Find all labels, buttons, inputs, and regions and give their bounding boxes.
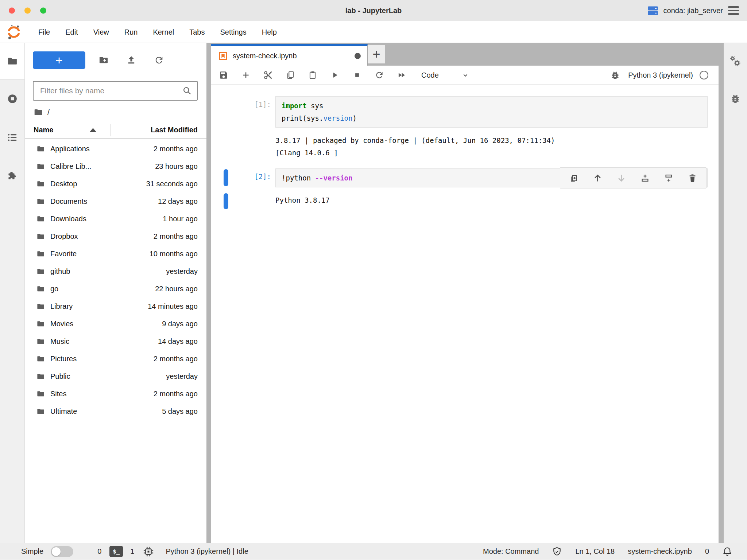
kernel-chip-icon[interactable] (143, 546, 154, 557)
interrupt-kernel-button[interactable] (352, 70, 362, 80)
kernel-status-icon[interactable] (700, 71, 708, 79)
file-list: Applications2 months ago Calibre Lib...2… (25, 139, 206, 543)
cell-collapser[interactable] (224, 97, 228, 127)
sidebar-tab-debugger[interactable] (730, 79, 741, 118)
output-collapser[interactable] (224, 133, 228, 158)
kernel-name-button[interactable]: Python 3 (ipykernel) (628, 71, 693, 79)
delete-cell-button[interactable] (688, 173, 697, 183)
refresh-file-list-button[interactable] (154, 55, 164, 65)
bell-icon[interactable] (722, 547, 732, 557)
cell-2-input[interactable]: !python --version (275, 168, 708, 187)
simple-mode-toggle[interactable] (51, 546, 73, 557)
folder-icon[interactable] (34, 108, 43, 117)
file-row[interactable]: Desktop31 seconds ago (25, 175, 206, 192)
insert-cell-below-button[interactable] (664, 173, 674, 183)
cell-1-input[interactable]: import sys print(sys.version) (275, 96, 708, 128)
code-token: sys (307, 102, 324, 110)
file-row[interactable]: Calibre Lib...23 hours ago (25, 158, 206, 175)
file-row[interactable]: Sites2 months ago (25, 385, 206, 402)
new-tab-button[interactable]: + (368, 45, 385, 63)
active-output-collapser[interactable] (224, 193, 228, 209)
menu-item-kernel[interactable]: Kernel (145, 21, 182, 43)
insert-cell-above-button[interactable] (640, 173, 650, 183)
sidebar-tab-file-browser[interactable] (0, 43, 24, 79)
cell-1-output: 3.8.17 | packaged by conda-forge | (defa… (211, 133, 719, 159)
notebook-toolbar: Code Python 3 (ipykernel) (211, 66, 719, 85)
file-row[interactable]: Downloads1 hour ago (25, 210, 206, 228)
file-row[interactable]: Publicyesterday (25, 368, 206, 385)
kernel-status-text[interactable]: Python 3 (ipykernel) | Idle (166, 547, 248, 556)
sidebar-tab-toc[interactable] (0, 118, 24, 157)
cell-type-select[interactable]: Code (421, 71, 439, 79)
menu-item-tabs[interactable]: Tabs (182, 21, 212, 43)
move-cell-down-button[interactable] (616, 173, 626, 183)
breadcrumb-root[interactable]: / (47, 108, 50, 117)
upload-icon (126, 55, 136, 65)
mode-indicator[interactable]: Mode: Command (483, 547, 539, 556)
sidebar-tab-running[interactable] (0, 79, 24, 118)
menu-item-view[interactable]: View (86, 21, 117, 43)
unsaved-changes-dot[interactable] (355, 53, 361, 59)
file-row[interactable]: Movies9 days ago (25, 315, 206, 332)
file-name: Documents (50, 197, 87, 206)
chevron-down-icon[interactable] (461, 71, 469, 79)
tab-system-check-notebook[interactable]: system-check.ipynb (211, 44, 368, 66)
code-cell-2[interactable]: [2]: !python --version (211, 168, 719, 187)
terminal-icon[interactable]: $_ (109, 546, 123, 557)
add-cell-button[interactable] (241, 70, 251, 80)
cut-cells-button[interactable] (263, 70, 273, 80)
menu-item-file[interactable]: File (31, 21, 58, 43)
folder-icon (36, 407, 45, 416)
kernel-count: 1 (130, 547, 134, 556)
refresh-icon (154, 55, 164, 65)
active-cell-collapser[interactable] (224, 169, 228, 186)
file-modified: 1 hour ago (163, 215, 198, 223)
save-button[interactable] (219, 70, 228, 80)
shield-check-icon[interactable] (552, 547, 562, 557)
column-header-name[interactable]: Name (34, 126, 53, 134)
restart-kernel-button[interactable] (375, 70, 384, 80)
file-modified: yesterday (166, 267, 198, 276)
notebook-content: [1]: import sys print(sys.version) 3.8.1… (211, 85, 719, 543)
file-row[interactable]: Pictures2 months ago (25, 350, 206, 368)
file-row[interactable]: githubyesterday (25, 262, 206, 280)
file-name: Calibre Lib... (50, 162, 91, 171)
new-launcher-button[interactable]: + (33, 51, 85, 69)
file-row[interactable]: Applications2 months ago (25, 140, 206, 158)
menu-item-help[interactable]: Help (254, 21, 285, 43)
sidebar-tab-extensions[interactable] (0, 157, 24, 195)
file-row[interactable]: go22 hours ago (25, 280, 206, 298)
file-name: github (50, 267, 70, 276)
run-cell-button[interactable] (330, 70, 340, 80)
move-cell-up-button[interactable] (593, 173, 603, 183)
menu-item-settings[interactable]: Settings (212, 21, 254, 43)
new-folder-button[interactable] (98, 55, 109, 65)
menu-item-edit[interactable]: Edit (58, 21, 85, 43)
file-row[interactable]: Dropbox2 months ago (25, 228, 206, 245)
upload-button[interactable] (126, 55, 136, 65)
menu-item-run[interactable]: Run (117, 21, 146, 43)
file-row[interactable]: Ultimate5 days ago (25, 402, 206, 420)
cursor-position[interactable]: Ln 1, Col 18 (575, 547, 615, 556)
paste-cells-button[interactable] (308, 70, 317, 80)
panel-splitter-right[interactable] (719, 43, 724, 543)
code-cell-1[interactable]: [1]: import sys print(sys.version) (211, 96, 719, 128)
file-row[interactable]: Music14 days ago (25, 332, 206, 350)
file-browser-panel: + (25, 43, 206, 543)
move-up-icon (593, 173, 603, 183)
file-row[interactable]: Documents12 days ago (25, 192, 206, 210)
extensions-icon (7, 171, 18, 182)
jupyterlab-window: lab - JupyterLab conda: jlab_server File… (0, 0, 747, 560)
column-header-modified[interactable]: Last Modified (111, 126, 198, 134)
panel-splitter[interactable] (206, 43, 211, 543)
file-row[interactable]: Library14 minutes ago (25, 298, 206, 315)
duplicate-cell-button[interactable] (569, 173, 579, 183)
restart-run-all-button[interactable] (397, 70, 406, 80)
sidebar-tab-property-inspector[interactable] (729, 43, 742, 79)
hamburger-menu-icon[interactable] (728, 6, 739, 15)
active-file-name[interactable]: system-check.ipynb (628, 547, 692, 556)
debugger-icon[interactable] (610, 70, 620, 80)
copy-cells-button[interactable] (286, 70, 295, 80)
file-row[interactable]: Favorite10 months ago (25, 245, 206, 262)
file-filter-input[interactable] (40, 86, 182, 95)
